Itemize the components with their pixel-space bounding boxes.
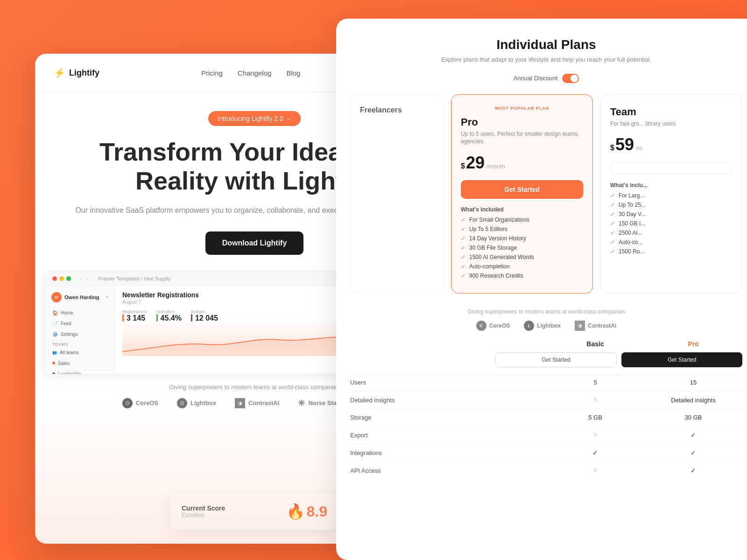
company-logos-row: C CoreOS L Lightbox ◑ ContrastAI — [350, 321, 742, 331]
lightbox-name: Lightbox — [190, 399, 216, 406]
nav-blog[interactable]: Blog — [286, 69, 300, 77]
sidebar-item-leadership[interactable]: Leadership — [49, 369, 110, 374]
hero-cta-button[interactable]: Download Lightify — [205, 231, 304, 255]
annual-label: Annual Discount — [514, 75, 558, 82]
team-feature-7: ✓ 1500 Ro... — [610, 248, 733, 255]
cross-icon: × — [593, 396, 597, 404]
check-icon: ✓ — [461, 273, 465, 279]
check-icon: ✓ — [461, 245, 465, 251]
comp-row-export: Export × ✓ — [350, 426, 742, 444]
comp-cta-pro[interactable]: Get Started — [621, 352, 742, 367]
annual-toggle-switch[interactable] — [562, 74, 579, 83]
plan-price-dollar-pro: $ — [461, 162, 465, 170]
check-icon: ✓ — [610, 211, 615, 217]
annual-toggle: Annual Discount — [350, 74, 742, 83]
metric-value-act: 45.4% — [161, 314, 182, 322]
tl-red — [52, 276, 57, 281]
user-avatar: O — [51, 292, 62, 302]
team-feature-6: ✓ Auto-co... — [610, 239, 733, 245]
plan-feature-7: ✓ 900 Research Credits — [461, 273, 583, 279]
user-name: Owen Harding — [64, 294, 99, 300]
check-icon: ✓ — [691, 449, 696, 456]
nav-changelog[interactable]: Changelog — [238, 69, 272, 77]
lightning-icon: ⚡ — [54, 67, 65, 78]
hero-badge[interactable]: Introducing Lightify 2.0 → — [208, 111, 301, 126]
plan-cta-team[interactable] — [610, 162, 733, 175]
sidebar-item-sales[interactable]: Sales — [49, 358, 110, 368]
plan-price-team: $ 59 /m — [610, 135, 733, 154]
plan-desc-pro: Up to 5 users. Perfect for smaller desig… — [461, 130, 583, 146]
traffic-lights — [52, 276, 71, 281]
team-feature-2: ✓ Up To 25... — [610, 202, 733, 208]
nav-arrows: ← → — [78, 276, 89, 281]
plan-price-dollar-team: $ — [610, 144, 614, 152]
metric-bar-act — [156, 314, 158, 322]
metric-label-reg: Registrations — [122, 309, 147, 314]
check-icon: ✓ — [461, 263, 465, 270]
contrastai-icon: ◑ — [235, 398, 245, 408]
plan-feature-5: ✓ 1500 AI Generated Words — [461, 254, 583, 260]
feed-icon: 📄 — [52, 321, 58, 326]
home-icon: 🏠 — [52, 310, 58, 315]
logo-coreos: ⬡ CoreOS — [122, 398, 158, 408]
leadership-label: Leadership — [58, 371, 81, 374]
plan-name-freelancers: Freelancers — [360, 106, 434, 114]
sidebar-item-allteams[interactable]: 👥 All teams — [49, 348, 110, 357]
check-icon: ✓ — [610, 192, 615, 199]
plan-card-team: Team For fast-gro... library users $ 59 … — [600, 94, 742, 294]
pricing-panel: Individual Plans Explore plans that adap… — [336, 19, 747, 560]
plan-card-freelancers: Freelancers — [350, 94, 444, 294]
settings-icon: ⚙️ — [52, 332, 58, 337]
comparison-table: Basic Pro Get Started Get Started Users … — [350, 340, 742, 479]
plan-price-amount-team: 59 — [615, 135, 634, 154]
plan-price-period-team: /m — [636, 145, 642, 152]
team-feature-1: ✓ For Larg... — [610, 192, 733, 199]
lightbox-icon: ⬡ — [177, 398, 187, 408]
app-sidebar: O Owen Harding ▾ 🏠 Home 📄 Feed ⚙️ Settin… — [45, 286, 115, 371]
plan-name-team: Team — [610, 106, 733, 118]
plan-price-period-pro: /month — [486, 163, 505, 170]
score-number: 8.9 — [307, 503, 327, 520]
metric-bar-reg — [122, 314, 124, 322]
metric-bar-bud — [191, 314, 192, 322]
metric-value-reg: 3 145 — [127, 314, 145, 322]
score-text-group: Current Score Excellent — [182, 504, 225, 518]
metric-activation: Activation 45.4% — [156, 309, 182, 322]
plan-card-pro: MOST POPULAR PLAN Pro Up to 5 users. Per… — [451, 94, 593, 294]
metric-value-bud: 12 045 — [195, 314, 218, 322]
nav-pricing[interactable]: Pricing — [201, 69, 223, 77]
cross-icon: × — [593, 466, 597, 474]
tl-yellow — [59, 276, 64, 281]
plan-feature-6: ✓ Auto-completion — [461, 263, 583, 270]
plan-feature-3: ✓ 14 Day Version History — [461, 235, 583, 242]
score-sublabel: Excellent — [182, 512, 225, 518]
comp-cta-row: Get Started Get Started — [350, 352, 742, 367]
metric-wrap-act: 45.4% — [156, 314, 182, 322]
lightbox-icon: L — [524, 321, 534, 331]
plan-badge-pro: MOST POPULAR PLAN — [461, 106, 583, 111]
check-icon: ✓ — [592, 449, 598, 456]
plan-cta-pro[interactable]: Get Started — [461, 180, 583, 199]
score-card: Current Score Excellent 🔥 8.9 — [170, 493, 338, 530]
sidebar-item-feed[interactable]: 📄 Feed — [49, 319, 110, 329]
company-logo-coreos: C CoreOS — [476, 321, 510, 331]
plan-features-label-team: What's inclu... — [610, 182, 733, 189]
comparison-header: Basic Pro — [350, 340, 742, 348]
metric-label-bud: Budget — [191, 309, 218, 314]
comp-cta-basic[interactable]: Get Started — [495, 352, 617, 367]
check-icon: ✓ — [610, 220, 615, 227]
logo-norse-star: ✳ Norse Star — [298, 398, 339, 408]
check-icon: ✓ — [691, 467, 696, 474]
comp-row-insights: Detailed insights × Detailed insights — [350, 391, 742, 409]
plan-price-pro: $ 29 /month — [461, 153, 583, 173]
pricing-subtitle: Explore plans that adapt to your lifesty… — [350, 55, 742, 64]
logo-contrastai: ◑ ContrastAI — [235, 398, 279, 408]
check-icon: ✓ — [461, 254, 465, 260]
team-feature-4: ✓ 150 GB I... — [610, 220, 733, 227]
sidebar-item-settings[interactable]: ⚙️ Settings — [49, 329, 110, 339]
sidebar-item-home[interactable]: 🏠 Home — [49, 308, 110, 318]
comp-row-integrations: Integrations ✓ ✓ — [350, 444, 742, 461]
contrastai-label: ContrastAI — [588, 322, 616, 329]
tl-green — [66, 276, 71, 281]
toggle-knob — [571, 75, 578, 82]
